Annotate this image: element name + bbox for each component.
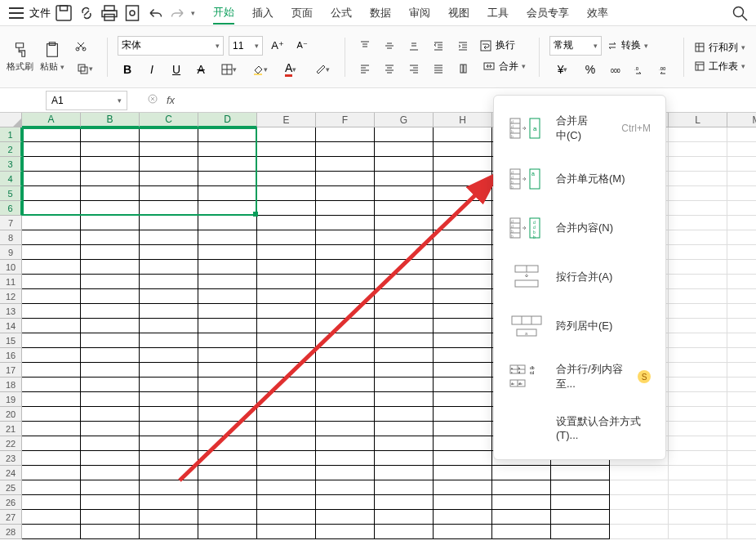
default-merge-settings-item[interactable]: 设置默认合并方式(T)... (494, 403, 665, 453)
cell[interactable] (81, 451, 140, 466)
cell[interactable] (727, 348, 756, 363)
cell[interactable] (316, 172, 375, 186)
cell[interactable] (198, 230, 257, 245)
cell[interactable] (81, 289, 140, 304)
cell[interactable] (257, 142, 316, 157)
cell[interactable] (22, 466, 81, 480)
cell[interactable] (81, 275, 140, 289)
tab-page[interactable]: 页面 (291, 2, 313, 24)
row-header-28[interactable]: 28 (0, 525, 22, 539)
row-header-18[interactable]: 18 (0, 378, 22, 392)
row-header-16[interactable]: 16 (0, 348, 22, 363)
merge-cells-item[interactable]: ddbb a 合并单元格(M) (494, 154, 665, 203)
cell[interactable] (198, 363, 257, 378)
cell[interactable] (610, 466, 669, 480)
cell[interactable] (140, 451, 198, 466)
cell[interactable] (316, 230, 375, 245)
merge-cells-button[interactable]: 合并 ▾ (479, 57, 529, 75)
cell[interactable] (727, 260, 756, 275)
cell[interactable] (375, 319, 434, 333)
cell[interactable] (257, 216, 316, 230)
cell[interactable] (22, 157, 81, 172)
fx-icon[interactable]: fx (167, 94, 175, 106)
cell[interactable] (551, 466, 610, 480)
merge-content-item[interactable]: ddbb ddbb 合并内容(N) (494, 203, 665, 252)
cell[interactable] (669, 260, 727, 275)
cell[interactable] (434, 186, 492, 201)
cell[interactable] (22, 480, 81, 495)
cell[interactable] (727, 186, 756, 201)
cell[interactable] (669, 363, 727, 378)
cell[interactable] (727, 525, 756, 539)
clear-format-icon[interactable]: ▾ (309, 60, 335, 78)
row-header-5[interactable]: 5 (0, 186, 22, 201)
row-header-8[interactable]: 8 (0, 230, 22, 245)
cell[interactable] (669, 480, 727, 495)
cell[interactable] (492, 480, 551, 495)
cell[interactable] (22, 407, 81, 422)
cell[interactable] (316, 407, 375, 422)
cell[interactable] (375, 186, 434, 201)
row-header-22[interactable]: 22 (0, 436, 22, 451)
number-format-select[interactable]: 常规▾ (549, 36, 602, 56)
cell[interactable] (434, 201, 492, 216)
center-across-item[interactable]: a 跨列居中(E) (494, 302, 665, 351)
cell[interactable] (22, 260, 81, 275)
align-right-icon[interactable] (404, 60, 424, 78)
cell[interactable] (198, 510, 257, 525)
col-header-A[interactable]: A (22, 113, 81, 127)
cell[interactable] (140, 378, 198, 392)
name-box[interactable]: A1 ▾ (46, 91, 127, 110)
cell[interactable] (727, 127, 756, 142)
row-header-23[interactable]: 23 (0, 451, 22, 466)
increase-font-icon[interactable]: A⁺ (268, 37, 287, 55)
cell[interactable] (669, 289, 727, 304)
cell[interactable] (434, 172, 492, 186)
cell[interactable] (669, 304, 727, 319)
merge-rowcol-content-item[interactable]: abcd dbcd dcdb 合并行/列内容至... S (494, 351, 665, 403)
cell[interactable] (257, 422, 316, 436)
cell[interactable] (198, 319, 257, 333)
cell[interactable] (257, 127, 316, 142)
cell[interactable] (727, 363, 756, 378)
cell[interactable] (316, 348, 375, 363)
cell[interactable] (316, 216, 375, 230)
cell[interactable] (198, 422, 257, 436)
cell[interactable] (22, 289, 81, 304)
cell[interactable] (22, 392, 81, 407)
redo-icon[interactable] (168, 3, 188, 23)
cell[interactable] (198, 201, 257, 216)
cell[interactable] (140, 304, 198, 319)
cell[interactable] (316, 480, 375, 495)
cell[interactable] (140, 495, 198, 510)
align-top-icon[interactable] (355, 37, 375, 55)
cell[interactable] (22, 186, 81, 201)
cell[interactable] (81, 333, 140, 348)
row-header-19[interactable]: 19 (0, 392, 22, 407)
tab-data[interactable]: 数据 (370, 2, 391, 24)
cell[interactable] (257, 525, 316, 539)
cell[interactable] (316, 451, 375, 466)
cell[interactable] (22, 525, 81, 539)
cell[interactable] (434, 319, 492, 333)
cell[interactable] (81, 466, 140, 480)
cell[interactable] (140, 392, 198, 407)
cell[interactable] (727, 333, 756, 348)
cell[interactable] (375, 466, 434, 480)
row-header-14[interactable]: 14 (0, 319, 22, 333)
cell[interactable] (434, 289, 492, 304)
cell[interactable] (140, 436, 198, 451)
cell[interactable] (257, 186, 316, 201)
cell[interactable] (316, 466, 375, 480)
bold-icon[interactable]: B (118, 60, 137, 78)
row-header-25[interactable]: 25 (0, 480, 22, 495)
cell[interactable] (316, 525, 375, 539)
cut-icon[interactable] (71, 37, 91, 55)
row-header-11[interactable]: 11 (0, 275, 22, 289)
cell[interactable] (434, 422, 492, 436)
cell[interactable] (727, 172, 756, 186)
tab-home[interactable]: 开始 (213, 2, 234, 25)
cell[interactable] (257, 407, 316, 422)
cell[interactable] (434, 378, 492, 392)
cell[interactable] (727, 142, 756, 157)
